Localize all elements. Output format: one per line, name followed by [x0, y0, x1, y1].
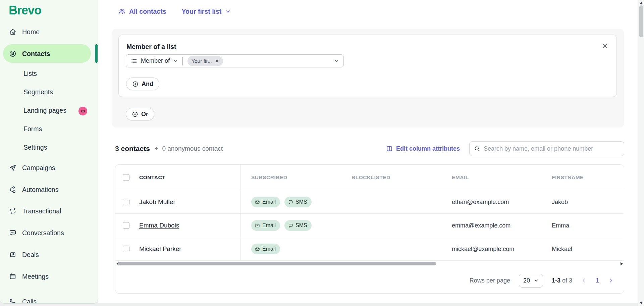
sidebar-item-home[interactable]: Home — [0, 24, 98, 39]
email-subscribed-badge: Email — [251, 244, 280, 254]
member-of-control[interactable]: Member of Your fir... — [126, 54, 344, 67]
sidebar-item-label: Landing pages — [23, 107, 66, 114]
table-footer: Rows per page 20 1-3 of 3 1 — [470, 269, 614, 292]
rows-per-page-value: 20 — [523, 277, 530, 284]
badge-label: Email — [262, 246, 276, 252]
calendar-icon — [9, 273, 16, 280]
rows-per-page-label: Rows per page — [470, 277, 510, 284]
table-row: Jakob Müller Email SMS ethan@example.com… — [115, 190, 624, 214]
sidebar: Brevo Home Contacts Lists Segments Landi… — [0, 0, 98, 304]
sidebar-item-label: Automations — [22, 186, 58, 194]
contact-link[interactable]: Emma Dubois — [139, 222, 179, 229]
mail-icon — [255, 247, 260, 252]
contact-email: emma@example.com — [452, 214, 511, 237]
scroll-right-arrow-icon[interactable] — [621, 262, 623, 265]
wallet-icon — [9, 251, 16, 258]
previous-page-icon[interactable] — [581, 277, 587, 284]
sidebar-item-label: Segments — [23, 88, 53, 96]
brevo-logo[interactable]: Brevo — [9, 3, 41, 17]
plus-sign: + — [155, 145, 158, 152]
sms-bubble-icon — [288, 223, 293, 228]
tab-all-contacts-label: All contacts — [129, 8, 166, 15]
sidebar-item-calls[interactable]: Calls — [0, 294, 98, 304]
search-input[interactable] — [484, 145, 620, 152]
add-and-condition-button[interactable]: And — [126, 78, 159, 90]
column-header-contact: CONTACT — [139, 165, 165, 190]
anonymous-count: 0 anonymous contact — [162, 145, 223, 152]
contact-link[interactable]: Jakob Müller — [139, 198, 175, 206]
sidebar-item-segments[interactable]: Segments — [0, 85, 98, 99]
page-number[interactable]: 1 — [596, 277, 599, 284]
rows-per-page-select[interactable]: 20 — [519, 274, 543, 288]
row-checkbox[interactable] — [123, 222, 129, 229]
scroll-up-arrow-icon[interactable] — [640, 2, 643, 4]
contact-search[interactable] — [469, 141, 624, 156]
add-or-condition-button[interactable]: Or — [126, 108, 154, 120]
badge-label: Email — [262, 222, 276, 228]
sidebar-item-contacts[interactable]: Contacts — [0, 46, 98, 61]
contact-link[interactable]: Mickael Parker — [139, 245, 181, 253]
sidebar-item-label: Home — [22, 28, 40, 36]
home-icon — [9, 28, 16, 36]
column-header-firstname: FIRSTNAME — [552, 165, 584, 190]
member-of-label: Member of — [141, 57, 170, 64]
select-all-checkbox[interactable] — [123, 174, 129, 181]
sidebar-item-deals[interactable]: Deals — [0, 247, 98, 262]
sidebar-item-automations[interactable]: Automations — [0, 182, 98, 197]
list-icon — [131, 58, 138, 64]
summary-toolbar: 3 contacts + 0 anonymous contact Edit co… — [115, 141, 624, 156]
mail-icon — [255, 223, 260, 228]
chevron-down-icon — [225, 9, 231, 14]
sidebar-item-label: Transactional — [22, 207, 61, 215]
next-page-icon[interactable] — [608, 277, 614, 284]
sidebar-item-lists[interactable]: Lists — [0, 66, 98, 81]
vertical-scrollbar-thumb[interactable] — [639, 5, 643, 37]
table-header-row: CONTACT SUBSCRIBED BLOCKLISTED EMAIL FIR… — [115, 165, 624, 190]
list-tabs: All contacts Your first list — [118, 4, 231, 19]
sidebar-item-label: Conversations — [22, 229, 64, 237]
table-row: Emma Dubois Email SMS emma@example.com E… — [115, 214, 624, 237]
row-checkbox[interactable] — [123, 246, 129, 252]
page-vertical-scrollbar — [638, 0, 644, 306]
chevron-down-icon[interactable] — [334, 58, 339, 63]
sidebar-item-transactional[interactable]: Transactional — [0, 204, 98, 218]
scroll-down-arrow-icon[interactable] — [640, 302, 643, 304]
sidebar-item-conversations[interactable]: Conversations — [0, 225, 98, 240]
row-checkbox[interactable] — [123, 199, 129, 205]
chevron-down-icon — [173, 58, 178, 63]
sidebar-item-label: Contacts — [22, 50, 50, 58]
sidebar-item-label: Campaigns — [22, 164, 55, 172]
close-icon[interactable] — [601, 42, 608, 50]
tab-all-contacts[interactable]: All contacts — [118, 8, 166, 15]
and-button-label: And — [142, 81, 153, 88]
chat-bubble-icon — [9, 229, 16, 237]
workflow-icon — [9, 186, 16, 193]
sidebar-item-meetings[interactable]: Meetings — [0, 269, 98, 284]
sms-bubble-icon — [288, 200, 293, 205]
columns-icon — [386, 145, 393, 152]
phone-icon — [9, 298, 16, 304]
horizontal-scrollbar-thumb[interactable] — [118, 262, 436, 265]
chevron-down-icon — [534, 278, 539, 283]
sidebar-item-forms[interactable]: Forms — [0, 121, 98, 136]
sms-subscribed-badge: SMS — [284, 220, 312, 231]
selected-list-chip[interactable]: Your fir... — [187, 56, 223, 66]
search-icon — [474, 146, 480, 152]
sidebar-item-label: Forms — [23, 125, 42, 133]
sidebar-item-settings[interactable]: Settings — [0, 140, 98, 155]
filter-condition-card: Member of a list Member of Your fir... A… — [118, 35, 617, 97]
tab-current-list-label: Your first list — [182, 8, 222, 15]
plus-circle-icon — [132, 81, 139, 87]
table-horizontal-scrollbar — [116, 261, 624, 266]
sidebar-item-campaigns[interactable]: Campaigns — [0, 160, 98, 175]
tab-current-list[interactable]: Your first list — [182, 8, 231, 15]
badge-label: Email — [262, 199, 276, 205]
pagination-of-label: of 3 — [562, 277, 572, 284]
email-subscribed-badge: Email — [251, 197, 280, 207]
sidebar-item-label: Meetings — [22, 273, 49, 280]
plus-circle-icon — [132, 111, 138, 117]
mail-icon — [255, 200, 260, 205]
edit-column-attributes-button[interactable]: Edit column attributes — [386, 145, 460, 152]
sidebar-item-label: Deals — [22, 251, 39, 259]
remove-chip-icon[interactable] — [215, 59, 219, 63]
